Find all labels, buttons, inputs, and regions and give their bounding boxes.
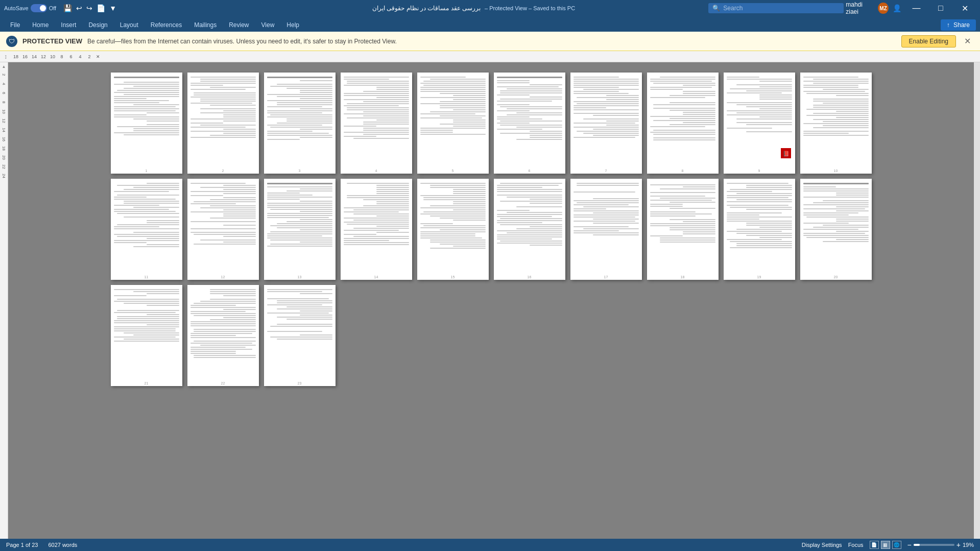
ruler-num-10: 10 bbox=[48, 54, 57, 59]
page-thumb-9[interactable]: 📕9 bbox=[724, 73, 795, 174]
document-view[interactable]: 12345678📕91011121314151617181920212223 bbox=[8, 62, 974, 539]
title-bar-right: 🔍 mahdi ziaei MZ 👤 — □ ✕ bbox=[708, 0, 976, 16]
zoom-in-button[interactable]: + bbox=[957, 541, 961, 549]
page-number-16: 16 bbox=[528, 275, 532, 279]
protected-view-message: Be careful—files from the Internet can c… bbox=[87, 38, 397, 45]
focus-button[interactable]: Focus bbox=[848, 542, 864, 548]
left-ruler-6: 6 bbox=[2, 88, 6, 98]
page-thumb-23[interactable]: 23 bbox=[264, 285, 336, 386]
page-thumb-11[interactable]: 11 bbox=[111, 179, 182, 280]
ruler-num-6: 6 bbox=[66, 54, 76, 59]
display-settings-button[interactable]: Display Settings bbox=[802, 542, 842, 548]
redo-icon[interactable]: ↪ bbox=[86, 4, 92, 12]
undo-icon[interactable]: ↩ bbox=[76, 4, 82, 12]
zoom-slider[interactable] bbox=[914, 544, 954, 546]
left-ruler: ▲ 2 4 6 8 10 12 14 16 18 20 22 24 bbox=[0, 62, 8, 539]
save-icon[interactable]: 💾 bbox=[63, 4, 72, 12]
view-web-icon[interactable]: 🌐 bbox=[892, 541, 901, 549]
page-thumb-10[interactable]: 10 bbox=[800, 73, 872, 174]
protected-view-badge: – Protected View – Saved to this PC bbox=[485, 5, 575, 11]
zoom-level: 19% bbox=[963, 542, 974, 548]
view-grid-icon[interactable]: ▦ bbox=[881, 541, 890, 549]
page-thumb-5[interactable]: 5 bbox=[417, 73, 489, 174]
page-number-10: 10 bbox=[834, 169, 838, 173]
left-ruler-22: 22 bbox=[2, 162, 6, 171]
page-thumb-17[interactable]: 17 bbox=[570, 179, 642, 280]
title-bar: AutoSave Off 💾 ↩ ↪ 📄 ▼ بررسی عقد مساقات … bbox=[0, 0, 980, 16]
page-number-21: 21 bbox=[145, 381, 149, 385]
tab-home[interactable]: Home bbox=[26, 18, 55, 32]
ruler-cursor-icon[interactable]: ↕ bbox=[4, 53, 7, 60]
page-thumb-1[interactable]: 1 bbox=[111, 73, 182, 174]
tab-view[interactable]: View bbox=[255, 18, 281, 32]
page-thumb-22[interactable]: 22 bbox=[187, 285, 259, 386]
autosave-knob bbox=[40, 5, 46, 11]
autosave-area: AutoSave Off bbox=[4, 4, 56, 12]
page-number-11: 11 bbox=[145, 275, 149, 279]
autosave-toggle[interactable] bbox=[31, 4, 47, 12]
page-thumb-18[interactable]: 18 bbox=[647, 179, 719, 280]
page-number-18: 18 bbox=[681, 275, 685, 279]
tab-layout[interactable]: Layout bbox=[114, 18, 145, 32]
more-commands-icon[interactable]: ▼ bbox=[109, 4, 116, 12]
page-number-5: 5 bbox=[452, 169, 454, 173]
page-thumb-14[interactable]: 14 bbox=[341, 179, 412, 280]
tab-mailings[interactable]: Mailings bbox=[188, 18, 223, 32]
share-button[interactable]: ↑ Share bbox=[941, 19, 976, 31]
page-thumb-20[interactable]: 20 bbox=[800, 179, 872, 280]
page-thumb-12[interactable]: 12 bbox=[187, 179, 259, 280]
page-number-17: 17 bbox=[604, 275, 608, 279]
ruler-numbers: 18 16 14 12 10 8 6 4 2 bbox=[11, 54, 94, 59]
page-thumb-6[interactable]: 6 bbox=[494, 73, 565, 174]
minimize-button[interactable]: — bbox=[905, 0, 927, 16]
page-thumb-19[interactable]: 19 bbox=[724, 179, 795, 280]
page-thumb-2[interactable]: 2 bbox=[187, 73, 259, 174]
page-thumb-7[interactable]: 7 bbox=[570, 73, 642, 174]
page-thumb-8[interactable]: 8 bbox=[647, 73, 719, 174]
close-banner-button[interactable]: ✕ bbox=[961, 36, 974, 46]
search-input[interactable] bbox=[723, 5, 835, 12]
view-icons: 📄 ▦ 🌐 bbox=[870, 541, 901, 549]
title-bar-icons: 💾 ↩ ↪ 📄 ▼ bbox=[63, 4, 116, 12]
page-thumb-3[interactable]: 3 bbox=[264, 73, 336, 174]
enable-editing-button[interactable]: Enable Editing bbox=[901, 35, 956, 47]
tab-design[interactable]: Design bbox=[82, 18, 113, 32]
search-box[interactable]: 🔍 bbox=[708, 3, 844, 13]
page-thumb-21[interactable]: 21 bbox=[111, 285, 182, 386]
tab-references[interactable]: References bbox=[145, 18, 188, 32]
left-ruler-arrow-up: ▲ bbox=[2, 64, 6, 69]
user-name: mahdi ziaei bbox=[846, 1, 875, 15]
title-bar-title: بررسی عقد مساقات در نظام حقوقی ایران – P… bbox=[239, 5, 709, 12]
ruler-num-16: 16 bbox=[20, 54, 30, 59]
protected-view-label: PROTECTED VIEW bbox=[22, 37, 82, 45]
tab-insert[interactable]: Insert bbox=[55, 18, 82, 32]
left-ruler-18: 18 bbox=[2, 143, 6, 153]
page-thumb-4[interactable]: 4 bbox=[341, 73, 412, 174]
ribbon-tabs: File Home Insert Design Layout Reference… bbox=[0, 16, 980, 32]
ruler-close-icon[interactable]: ✕ bbox=[96, 54, 100, 59]
view-print-icon[interactable]: 📄 bbox=[870, 541, 879, 549]
page-number-6: 6 bbox=[529, 169, 531, 173]
left-ruler-14: 14 bbox=[2, 125, 6, 134]
left-ruler-2: 2 bbox=[2, 70, 6, 79]
right-scrollbar[interactable] bbox=[974, 62, 980, 539]
page-thumb-13[interactable]: 13 bbox=[264, 179, 336, 280]
page-number-2: 2 bbox=[222, 169, 224, 173]
ruler-num-14: 14 bbox=[30, 54, 39, 59]
left-ruler-20: 20 bbox=[2, 153, 6, 162]
page-thumb-16[interactable]: 16 bbox=[494, 179, 565, 280]
left-ruler-numbers: ▲ 2 4 6 8 10 12 14 16 18 20 22 24 bbox=[2, 64, 6, 180]
left-ruler-10: 10 bbox=[2, 107, 6, 116]
new-doc-icon[interactable]: 📄 bbox=[97, 4, 105, 12]
tab-review[interactable]: Review bbox=[223, 18, 255, 32]
zoom-out-button[interactable]: − bbox=[907, 541, 912, 549]
tab-help[interactable]: Help bbox=[280, 18, 305, 32]
ruler: ↕ 18 16 14 12 10 8 6 4 2 ✕ bbox=[0, 51, 980, 62]
maximize-button[interactable]: □ bbox=[929, 0, 951, 16]
close-button[interactable]: ✕ bbox=[954, 0, 976, 16]
tab-file[interactable]: File bbox=[4, 18, 26, 32]
page-thumb-15[interactable]: 15 bbox=[417, 179, 489, 280]
profile-icon[interactable]: 👤 bbox=[891, 4, 903, 12]
zoom-fill bbox=[914, 544, 920, 546]
protected-banner: 🛡 PROTECTED VIEW Be careful—files from t… bbox=[0, 32, 980, 51]
